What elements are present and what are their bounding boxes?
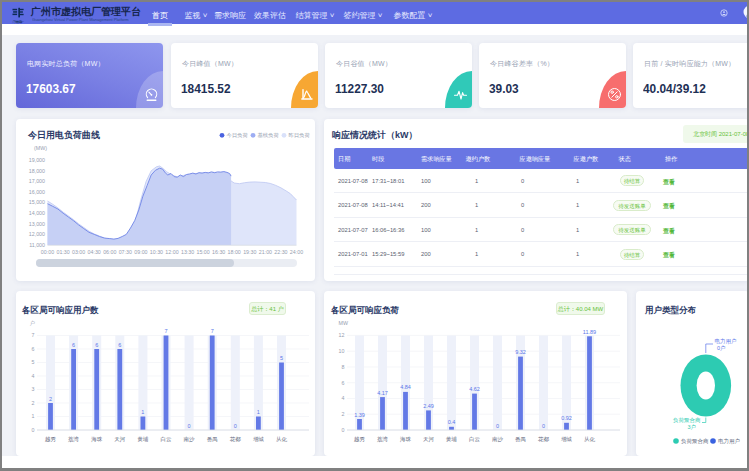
svg-text:增城: 增城	[252, 436, 264, 442]
svg-text:从化: 从化	[584, 436, 596, 443]
svg-text:越秀: 越秀	[354, 436, 366, 443]
svg-text:12:00: 12:00	[165, 248, 178, 254]
svg-text:4.17: 4.17	[377, 390, 388, 396]
svg-text:1: 1	[31, 413, 34, 419]
svg-text:4: 4	[31, 373, 34, 379]
svg-text:07:30: 07:30	[118, 248, 131, 254]
svg-text:天河: 天河	[423, 436, 435, 443]
svg-text:12: 12	[339, 332, 345, 338]
svg-text:荔湾: 荔湾	[68, 436, 80, 443]
svg-text:11.89: 11.89	[583, 329, 596, 335]
svg-text:1.39: 1.39	[354, 412, 365, 418]
svg-text:户: 户	[29, 320, 34, 326]
svg-text:14,000: 14,000	[28, 210, 44, 216]
svg-text:24:00: 24:00	[289, 248, 302, 254]
svg-text:06:00: 06:00	[103, 248, 116, 254]
svg-text:增城: 增城	[561, 436, 573, 442]
svg-text:16:30: 16:30	[212, 248, 225, 254]
svg-text:6: 6	[72, 342, 75, 348]
svg-text:1: 1	[141, 409, 144, 415]
svg-text:15,000: 15,000	[28, 199, 44, 205]
svg-text:13,000: 13,000	[28, 220, 44, 226]
svg-text:5: 5	[31, 359, 34, 365]
svg-text:6: 6	[95, 342, 98, 348]
svg-text:越秀: 越秀	[45, 436, 57, 443]
svg-text:3: 3	[31, 386, 34, 392]
svg-text:基线负荷: 基线负荷	[257, 132, 279, 138]
svg-text:0: 0	[233, 423, 236, 429]
svg-text:0: 0	[496, 423, 499, 429]
svg-text:10:30: 10:30	[149, 248, 162, 254]
svg-text:7: 7	[31, 332, 34, 338]
svg-text:广州虚拟电厂: 广州虚拟电厂	[13, 19, 25, 23]
svg-text:天河: 天河	[114, 436, 126, 443]
svg-text:7: 7	[164, 328, 167, 334]
svg-text:白云: 白云	[160, 436, 172, 443]
svg-text:3户: 3户	[687, 424, 696, 430]
svg-text:04:30: 04:30	[87, 248, 100, 254]
svg-text:0.92: 0.92	[561, 415, 572, 421]
svg-text:海珠: 海珠	[400, 436, 412, 443]
svg-text:南沙: 南沙	[492, 436, 504, 443]
svg-text:0: 0	[342, 427, 345, 433]
svg-text:12,000: 12,000	[28, 231, 44, 237]
svg-text:南沙: 南沙	[183, 436, 195, 443]
svg-text:电力用户: 电力用户	[718, 438, 740, 445]
svg-text:0: 0	[542, 423, 545, 429]
svg-text:黄埔: 黄埔	[446, 436, 458, 442]
svg-text:MW: MW	[339, 320, 348, 326]
svg-text:2: 2	[342, 411, 345, 417]
svg-text:5: 5	[279, 355, 282, 361]
svg-text:13:30: 13:30	[180, 248, 193, 254]
svg-text:19,000: 19,000	[28, 157, 44, 163]
svg-text:0.4: 0.4	[448, 419, 456, 425]
svg-text:4.62: 4.62	[469, 386, 480, 392]
svg-text:2.49: 2.49	[423, 403, 434, 409]
svg-text:19:30: 19:30	[243, 248, 256, 254]
svg-text:6: 6	[118, 342, 121, 348]
svg-text:黄埔: 黄埔	[137, 436, 149, 442]
svg-text:0户: 0户	[717, 345, 726, 351]
svg-text:花都: 花都	[538, 436, 550, 443]
svg-text:10: 10	[339, 348, 345, 354]
svg-text:6: 6	[31, 346, 34, 352]
svg-text:番禺: 番禺	[206, 436, 217, 443]
svg-text:番禺: 番禺	[515, 436, 526, 443]
svg-text:花都: 花都	[229, 436, 241, 443]
svg-text:今日负荷: 今日负荷	[226, 132, 248, 139]
svg-text:09:00: 09:00	[134, 248, 147, 254]
svg-text:2: 2	[48, 396, 51, 402]
svg-text:2: 2	[31, 400, 34, 406]
svg-text:6: 6	[342, 380, 345, 386]
svg-text:00:00: 00:00	[40, 248, 53, 254]
svg-text:18:00: 18:00	[227, 248, 240, 254]
svg-text:17,000: 17,000	[28, 178, 44, 184]
svg-text:4: 4	[342, 395, 345, 401]
svg-text:7: 7	[210, 328, 213, 334]
svg-text:荔湾: 荔湾	[377, 436, 389, 443]
svg-text:15:00: 15:00	[196, 248, 209, 254]
svg-text:白云: 白云	[469, 436, 481, 443]
svg-text:8: 8	[342, 364, 345, 370]
svg-text:负荷聚合商: 负荷聚合商	[681, 438, 709, 445]
svg-text:18,000: 18,000	[28, 167, 44, 173]
svg-text:16,000: 16,000	[28, 188, 44, 194]
svg-text:11,000: 11,000	[29, 241, 45, 247]
svg-text:4.84: 4.84	[400, 384, 411, 390]
svg-text:22:30: 22:30	[274, 248, 287, 254]
svg-text:1: 1	[256, 409, 259, 415]
svg-text:从化: 从化	[276, 436, 288, 443]
svg-text:负荷聚合商: 负荷聚合商	[673, 417, 701, 424]
svg-text:21:00: 21:00	[258, 248, 271, 254]
svg-text:01:30: 01:30	[56, 248, 69, 254]
svg-text:海珠: 海珠	[91, 436, 103, 443]
svg-text:(MW): (MW)	[34, 145, 47, 151]
svg-text:0: 0	[31, 427, 34, 433]
svg-text:03:00: 03:00	[71, 248, 84, 254]
svg-text:电力用户: 电力用户	[714, 338, 736, 345]
svg-text:0: 0	[187, 423, 190, 429]
svg-text:9.32: 9.32	[515, 349, 526, 355]
svg-text:昨日负荷: 昨日负荷	[288, 132, 310, 139]
